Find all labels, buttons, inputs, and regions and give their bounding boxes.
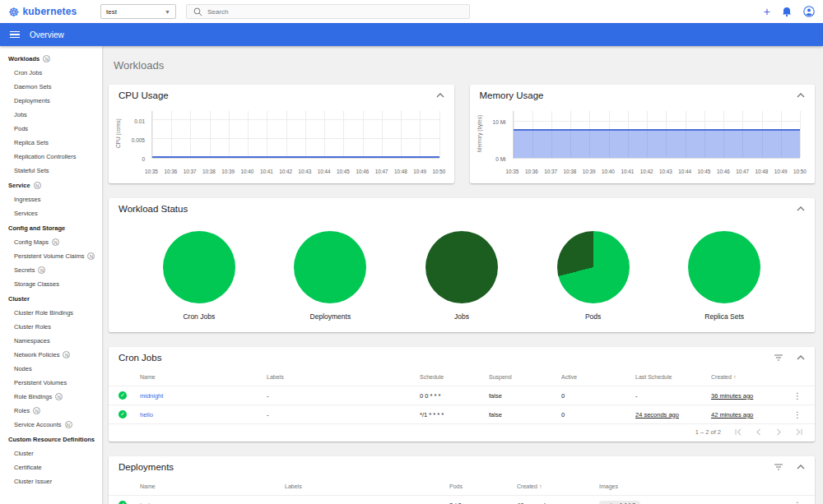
sidebar-item-role-bindings[interactable]: Role BindingsN [0, 390, 102, 404]
notifications-bell-icon[interactable] [782, 7, 792, 17]
y-tick-label: 0.01 [134, 118, 145, 123]
row-actions-kebab-icon[interactable]: ⋮ [790, 391, 805, 400]
namespaced-badge: N [34, 182, 41, 189]
sidebar-item-replica-sets[interactable]: Replica Sets [0, 136, 102, 150]
sidebar-item-stateful-sets[interactable]: Stateful Sets [0, 164, 102, 178]
column-header-labels[interactable]: Labels [285, 483, 449, 489]
sidebar-item-deployments[interactable]: Deployments [0, 94, 102, 108]
status-ok-icon: ✓ [119, 501, 127, 504]
sidebar-item-certificate[interactable]: Certificate [0, 460, 102, 474]
search-input[interactable] [207, 8, 463, 16]
sidebar-item-persistent-volumes[interactable]: Persistent Volumes [0, 376, 102, 390]
column-header-created[interactable]: Created↑ [711, 374, 790, 380]
column-header-schedule[interactable]: Schedule [420, 374, 489, 380]
create-resource-button[interactable]: + [764, 6, 770, 17]
sidebar-item-jobs[interactable]: Jobs [0, 108, 102, 122]
sidebar-item-nodes[interactable]: Nodes [0, 362, 102, 376]
last-page-icon[interactable] [796, 428, 803, 436]
x-tick-label: 10:37 [544, 169, 557, 174]
menu-hamburger-icon[interactable] [10, 31, 20, 39]
sidebar-item-config-maps[interactable]: Config MapsN [0, 235, 102, 249]
pie-chart[interactable] [557, 231, 630, 303]
sidebar-group-config-and-storage[interactable]: Config and Storage [0, 220, 102, 235]
search-box[interactable] [186, 4, 470, 19]
filter-icon[interactable] [774, 354, 783, 362]
pie-chart[interactable] [294, 231, 366, 303]
namespaced-badge: N [87, 252, 95, 260]
namespace-select[interactable]: test ▼ [100, 4, 176, 19]
sidebar-item-label: Role Bindings [14, 393, 52, 400]
sidebar-item-persistent-volume-claims[interactable]: Persistent Volume ClaimsN [0, 249, 102, 263]
pie-chart[interactable] [425, 231, 498, 303]
status-chart-deployments: Deployments [294, 231, 366, 321]
collapse-chevron-icon[interactable] [797, 206, 805, 211]
row-actions-kebab-icon[interactable]: ⋮ [790, 501, 805, 504]
column-header-active[interactable]: Active [561, 374, 635, 380]
sidebar-group-label: Workloads [8, 55, 40, 62]
sidebar-group-cluster[interactable]: Cluster [0, 291, 102, 306]
status-chart-pods: Pods [557, 231, 630, 321]
sidebar-item-cluster-roles[interactable]: Cluster Roles [0, 320, 102, 334]
column-header-created[interactable]: Created↑ [517, 483, 599, 489]
x-tick-label: 10:46 [717, 169, 730, 174]
table-row: ✓ hello - */1 * * * * false 0 24 seconds… [109, 405, 815, 423]
gridline [190, 111, 191, 158]
cronjob-name-link[interactable]: hello [140, 411, 267, 418]
previous-page-icon[interactable] [755, 428, 762, 436]
collapse-chevron-icon[interactable] [797, 465, 805, 469]
gridline [171, 111, 172, 158]
sidebar-item-namespaces[interactable]: Namespaces [0, 334, 102, 348]
sidebar-item-cron-jobs[interactable]: Cron Jobs [0, 66, 102, 80]
sidebar-item-replication-controllers[interactable]: Replication Controllers [0, 150, 102, 164]
column-header-suspend[interactable]: Suspend [489, 374, 561, 380]
sidebar-item-daemon-sets[interactable]: Daemon Sets [0, 80, 102, 94]
sidebar-item-cluster-role-bindings[interactable]: Cluster Role Bindings [0, 306, 102, 320]
sidebar-group-workloads[interactable]: WorkloadsN [0, 51, 102, 66]
deployments-card: Deployments NameLabelsPodsCreated↑Images… [109, 456, 815, 504]
collapse-chevron-icon[interactable] [797, 93, 805, 98]
brand[interactable]: ☸ kubernetes [8, 6, 100, 18]
gridline [152, 111, 153, 158]
collapse-chevron-icon[interactable] [797, 355, 805, 360]
sidebar-group-label: Service [8, 182, 30, 189]
gridline [324, 111, 325, 158]
x-tick-label: 10:37 [184, 169, 197, 174]
sidebar-item-label: Persistent Volumes [14, 379, 67, 386]
sidebar-item-label: Cluster Issuer [14, 478, 52, 485]
column-header-last-schedule[interactable]: Last Schedule [635, 374, 711, 380]
sidebar-item-cluster[interactable]: Cluster [0, 446, 102, 460]
sidebar-group-service[interactable]: ServiceN [0, 178, 102, 192]
sidebar-item-storage-classes[interactable]: Storage Classes [0, 277, 102, 291]
gridline [152, 138, 439, 139]
column-header-images[interactable]: Images [599, 483, 790, 489]
sidebar-item-services[interactable]: Services [0, 206, 102, 220]
sidebar-item-service-accounts[interactable]: Service AccountsN [0, 418, 102, 432]
column-header-labels[interactable]: Labels [267, 374, 420, 380]
collapse-chevron-icon[interactable] [436, 93, 444, 98]
column-header-pods[interactable]: Pods [449, 483, 517, 489]
deployment-name-link[interactable]: test [140, 502, 285, 504]
sidebar-item-secrets[interactable]: SecretsN [0, 263, 102, 277]
sidebar-item-cluster-issuer[interactable]: Cluster Issuer [0, 474, 102, 488]
sidebar-item-roles[interactable]: RolesN [0, 404, 102, 418]
row-actions-kebab-icon[interactable]: ⋮ [790, 410, 805, 419]
x-tick-label: 10:43 [299, 169, 312, 174]
sidebar-item-network-policies[interactable]: Network PoliciesN [0, 348, 102, 362]
x-tick-label: 10:47 [375, 169, 388, 174]
sidebar-group-custom-resource-definitions[interactable]: Custom Resource Definitions [0, 432, 102, 446]
pie-chart[interactable] [688, 231, 760, 303]
next-page-icon[interactable] [775, 428, 783, 436]
column-header-name[interactable]: Name [140, 483, 285, 489]
relative-time: 48 seconds ago [517, 502, 599, 504]
user-account-icon[interactable] [803, 6, 815, 17]
gridline [305, 111, 306, 158]
x-tick-label: 10:40 [241, 169, 254, 174]
first-page-icon[interactable] [734, 428, 742, 436]
sidebar-item-ingresses[interactable]: Ingresses [0, 192, 102, 206]
filter-icon[interactable] [774, 463, 783, 471]
cronjob-name-link[interactable]: midnight [140, 392, 267, 400]
pie-chart[interactable] [163, 231, 235, 303]
column-header-name[interactable]: Name [140, 374, 267, 380]
x-tick-label: 10:41 [621, 169, 634, 174]
sidebar-item-pods[interactable]: Pods [0, 122, 102, 136]
